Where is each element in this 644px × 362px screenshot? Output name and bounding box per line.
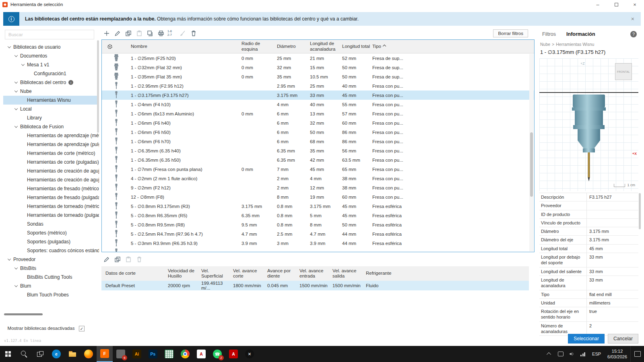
sidebar-item[interactable]: BitsBits Cutting Tools: [3, 273, 99, 282]
chevron-down-icon[interactable]: [13, 80, 19, 85]
table-row[interactable]: 1 - ∅6mm (6x13 mm Aluminio)0 mm6 mm13 mm…: [102, 109, 534, 118]
taskbar-start[interactable]: [0, 346, 16, 362]
select-button[interactable]: Seleccionar: [568, 334, 605, 343]
cutting-column-header[interactable]: Velocidad de Husillo: [164, 268, 197, 279]
table-row[interactable]: 1 - ∅6mm (F6 h40)6 mm32 mm60 mmFresa con…: [102, 118, 534, 128]
taskbar-x-app[interactable]: ✕: [242, 346, 258, 362]
maximize-button[interactable]: [607, 0, 625, 9]
clear-filters-button[interactable]: Borrar filtros: [493, 29, 528, 37]
chevron-down-icon[interactable]: [13, 88, 19, 94]
column-header[interactable]: Tipo: [372, 44, 534, 49]
taskbar-task-view[interactable]: [32, 346, 48, 362]
sidebar-item[interactable]: Configuración1: [3, 69, 99, 78]
delete-tool-button[interactable]: [189, 29, 198, 38]
view-cube[interactable]: FRONTAL: [615, 63, 632, 80]
edit-tool-button[interactable]: [113, 29, 122, 38]
taskbar-whatsapp[interactable]: ☎2: [209, 346, 225, 362]
table-row[interactable]: 9 - ∅2mm (F2 h12)2 mm12 mm38 mmFresa con…: [102, 183, 534, 192]
chevron-down-icon[interactable]: [13, 283, 19, 289]
cutting-column-header[interactable]: Avance por diente: [263, 268, 295, 279]
paste-preset-button[interactable]: [124, 255, 133, 264]
table-row[interactable]: [102, 248, 534, 252]
table-scrollbar-thumb[interactable]: [530, 132, 533, 197]
table-row[interactable]: 1 - ∅35mm (Flat 35 mm)0 mm35 mm10.5 mm50…: [102, 72, 534, 81]
sidebar-item[interactable]: Herramientas de torneado (métrico: [3, 202, 99, 211]
column-header[interactable]: Nombre: [131, 44, 242, 49]
chevron-down-icon[interactable]: [13, 124, 19, 130]
volume-icon[interactable]: [569, 352, 575, 356]
taskbar-fusion-360[interactable]: F: [97, 346, 113, 362]
tab-informacion[interactable]: Información: [561, 29, 601, 40]
cutting-column-header[interactable]: Vel. avance entrada: [295, 268, 328, 279]
sidebar-item[interactable]: Bibliotecas de usuario: [3, 43, 99, 51]
sidebar-item[interactable]: Blum Touch Probes: [3, 290, 99, 299]
print-report-button[interactable]: [157, 29, 165, 38]
sidebar-item[interactable]: Nube: [3, 87, 99, 96]
sidebar-item[interactable]: Herramientas de aprendizaje (pulga: [3, 140, 99, 149]
tab-filtros[interactable]: Filtros: [537, 29, 561, 40]
taskbar-chrome[interactable]: [177, 346, 193, 362]
table-row[interactable]: 5 - ∅0.8mm R9.5mm (R8)9.5 mm0.8 mm8 mm50…: [102, 220, 534, 229]
taskbar-edge[interactable]: e: [48, 346, 64, 362]
sidebar-item[interactable]: Bibliotecas del centroi: [3, 78, 99, 87]
column-header[interactable]: Longitud total: [342, 44, 372, 49]
cancel-button[interactable]: Cancelar: [608, 334, 638, 343]
column-header[interactable]: Radio de esquina: [242, 41, 277, 51]
table-row[interactable]: 5 - ∅0.8mm R6.35mm (R5)6.35 mm0.8 mm5 mm…: [102, 211, 534, 220]
tool-3d-preview[interactable]: +Z FRONTAL +X 1 cm: [539, 58, 638, 191]
chevron-down-icon[interactable]: [6, 257, 12, 262]
duplicate-tool-button[interactable]: [146, 29, 155, 38]
keyboard-language[interactable]: ESP: [589, 352, 604, 356]
edit-preset-button[interactable]: [102, 255, 111, 264]
sidebar-item[interactable]: Herramientas de torneado (pulgada: [3, 211, 99, 220]
sidebar-item[interactable]: Herramientas Wisnu: [3, 96, 99, 105]
renumber-tools-button[interactable]: 1-6 2-7: [167, 29, 176, 38]
table-row[interactable]: 1 - ∅6.35mm (6.35 h40)6.35 mm35 mm56 mmF…: [102, 146, 534, 155]
sidebar-item[interactable]: Herramientas de aprendizaje (métri: [3, 131, 99, 140]
minimize-button[interactable]: –: [588, 0, 607, 9]
show-disabled-checkbox[interactable]: ✓: [79, 326, 85, 331]
copy-preset-button[interactable]: [113, 255, 122, 264]
help-icon[interactable]: ?: [630, 31, 637, 37]
banner-close-icon[interactable]: ×: [625, 16, 641, 22]
taskbar-file-explorer[interactable]: [64, 346, 80, 362]
sidebar-item[interactable]: Blum: [3, 282, 99, 290]
table-row[interactable]: 1 - ∅6.35mm (6.35 h50)6.35 mm42 mm63.5 m…: [102, 155, 534, 165]
sidebar-item[interactable]: Soportes (métrico): [3, 228, 99, 237]
sidebar-item[interactable]: Herramientas de fresado (pulgadas: [3, 193, 99, 202]
sidebar-item[interactable]: Mesa 1 v1: [3, 60, 99, 69]
sidebar-item[interactable]: Herramientas de fresado (métrico): [3, 184, 99, 193]
copy-tool-button[interactable]: [124, 29, 133, 38]
sidebar-item[interactable]: Biblioteca de Fusion: [3, 122, 99, 131]
brush-button[interactable]: [178, 29, 187, 38]
table-row[interactable]: 1 - ∅2.95mm (F2.95 h12)2.95 mm25 mm40 mm…: [102, 81, 534, 90]
taskbar-illustrator[interactable]: Ai: [129, 346, 145, 362]
table-row[interactable]: 4 - ∅2mm (2 mm 1 flute acrilico)2 mm4 mm…: [102, 174, 534, 183]
table-row[interactable]: 5 - ∅3mm R3.9mm (R6.35 h3.9)3.9 mm3 mm3.…: [102, 239, 534, 248]
preset-row[interactable]: Default Preset20000 rpm199.49113 m/...18…: [101, 281, 529, 290]
search-input[interactable]: [5, 30, 94, 39]
cutting-column-header[interactable]: Refrigerante: [362, 271, 529, 276]
chevron-down-icon[interactable]: [6, 44, 12, 50]
column-header[interactable]: Diámetro: [277, 44, 310, 49]
cutting-column-header[interactable]: Vel. avance salida: [328, 268, 362, 279]
breadcrumb-parent[interactable]: Nube: [540, 42, 550, 47]
info-panel-scrollbar[interactable]: [639, 193, 641, 229]
chevron-down-icon[interactable]: [13, 106, 19, 112]
device-tray-icon[interactable]: [558, 352, 564, 356]
sidebar-vertical-scrollbar[interactable]: [97, 40, 99, 133]
cutting-column-header[interactable]: Datos de corte: [101, 271, 164, 276]
table-row[interactable]: 5 - ∅0.8mm R3.175mm (R3)3.175 mm0.8 mm3.…: [102, 202, 534, 211]
sidebar-item[interactable]: Herramientas de corte (pulgadas): [3, 158, 99, 167]
sidebar-item[interactable]: BitsBits: [3, 264, 99, 273]
sidebar-horizontal-scrollbar[interactable]: [4, 313, 43, 315]
table-row[interactable]: 12 - ∅8mm (F8)8 mm19 mm60 mmFresa con pu…: [102, 192, 534, 202]
table-row[interactable]: 5 - ∅2.5mm R4.7mm (R7.96 h 4.7)4.7 mm2.5…: [102, 229, 534, 239]
sidebar-item[interactable]: Herramientas de creación de agujer: [3, 167, 99, 175]
cutting-column-header[interactable]: Vel. avance corte: [229, 268, 263, 279]
taskbar-firefox[interactable]: [80, 346, 97, 362]
add-tool-button[interactable]: [102, 29, 111, 38]
chevron-down-icon[interactable]: [13, 53, 19, 59]
cutting-column-header[interactable]: Vel. Superficial: [197, 268, 229, 279]
taskbar-acrobat[interactable]: A: [193, 346, 209, 362]
